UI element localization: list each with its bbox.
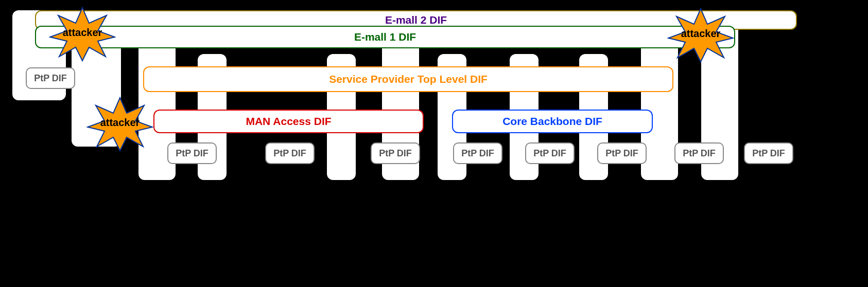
ptp-dif-box: PtP DIF (597, 142, 647, 164)
svg-marker-0 (50, 8, 115, 61)
ptp-dif-box: PtP DIF (453, 142, 502, 164)
attacker-starburst-icon (86, 95, 153, 152)
layer-label: Service Provider Top Level DIF (329, 73, 488, 85)
svg-marker-1 (668, 9, 733, 62)
layer-label: Core Backbone DIF (502, 115, 602, 128)
ptp-dif-box: PtP DIF (265, 142, 315, 164)
svg-marker-2 (88, 98, 152, 151)
layer-man-access: MAN Access DIF (153, 110, 424, 133)
ptp-label: PtP DIF (752, 148, 785, 159)
ptp-label: PtP DIF (273, 148, 306, 159)
layer-label: E-mall 1 DIF (354, 31, 416, 43)
ptp-dif-box: PtP DIF (674, 142, 724, 164)
ptp-dif-box: PtP DIF (744, 142, 793, 164)
ptp-label: PtP DIF (461, 148, 494, 159)
layer-service-provider: Service Provider Top Level DIF (143, 66, 673, 92)
attacker-starburst-icon (667, 6, 734, 63)
diagram-stage: E-mall 2 DIF E-mall 1 DIF Service Provid… (0, 0, 868, 287)
ptp-label: PtP DIF (533, 148, 566, 159)
ptp-label: PtP DIF (605, 148, 638, 159)
ptp-label: PtP DIF (176, 148, 209, 159)
ptp-dif-box: PtP DIF (525, 142, 575, 164)
layer-label: E-mall 2 DIF (385, 14, 447, 26)
ptp-label: PtP DIF (683, 148, 716, 159)
ptp-label: PtP DIF (379, 148, 412, 159)
ptp-dif-box: PtP DIF (371, 142, 420, 164)
layer-email1: E-mall 1 DIF (35, 26, 735, 48)
ptp-dif-box: PtP DIF (26, 67, 75, 89)
layer-core-backbone: Core Backbone DIF (452, 110, 653, 133)
ptp-dif-box: PtP DIF (167, 142, 217, 164)
ptp-label: PtP DIF (34, 73, 67, 84)
attacker-starburst-icon (49, 5, 116, 62)
layer-label: MAN Access DIF (246, 115, 331, 128)
